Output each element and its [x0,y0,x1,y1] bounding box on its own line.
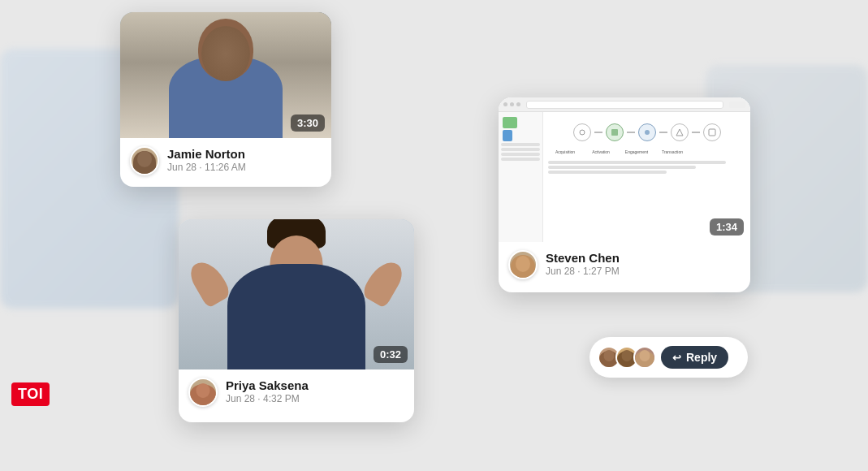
flow-node-5 [703,123,721,141]
jamie-name: Jamie Norton [167,147,246,162]
flow-node-1 [573,123,591,141]
sidebar-line-1 [501,143,540,146]
flow-arrow-3 [659,132,667,133]
browser-dot-2 [510,102,514,106]
flow-label-2: Activation [589,149,613,154]
steven-duration: 1:34 [710,218,744,236]
browser-sidebar [499,112,543,242]
text-line-3 [548,171,667,174]
toi-badge: TOI [11,382,50,406]
priya-info: Priya Saksena Jun 28 · 4:32 PM [179,369,414,415]
sidebar-green [503,117,517,128]
browser-dot-3 [516,102,520,106]
browser-controls [729,102,745,108]
flow-arrow-4 [692,132,700,133]
flow-label-3: Engagement [624,149,649,154]
flow-label-4: Transaction [660,149,684,154]
card-priya[interactable]: 0:32 Priya Saksena Jun 28 · 4:32 PM [179,219,414,422]
text-line-2 [548,166,696,169]
card-steven[interactable]: Acquisition Activation Engagement Transa… [499,97,750,292]
text-line-1 [548,161,726,164]
reply-avatar-3 [633,346,656,369]
card-jamie[interactable]: 3:30 Jamie Norton Jun 28 · 11:26 AM [120,12,331,187]
sidebar-line-3 [501,153,540,156]
steven-datetime: Jun 28 · 1:27 PM [546,266,620,279]
sidebar-line-4 [501,158,540,161]
jamie-video: 3:30 [120,12,331,138]
svg-point-0 [580,130,585,135]
steven-info: Steven Chen Jun 28 · 1:27 PM [499,242,750,287]
flow-arrow-1 [594,132,602,133]
svg-rect-3 [709,129,715,136]
sidebar-line-2 [501,148,540,151]
flow-arrow-2 [627,132,635,133]
priya-name: Priya Saksena [226,378,309,393]
priya-avatar [188,378,218,407]
browser-dot-1 [503,102,507,106]
jamie-datetime: Jun 28 · 11:26 AM [167,162,246,175]
jamie-name-time: Jamie Norton Jun 28 · 11:26 AM [167,147,246,175]
jamie-info: Jamie Norton Jun 28 · 11:26 AM [120,138,331,184]
jamie-body [169,57,283,138]
sidebar-blue [503,130,512,141]
flow-node-3 [638,123,656,141]
flow-node-4 [671,123,689,141]
priya-video: 0:32 [179,219,414,369]
priya-datetime: Jun 28 · 4:32 PM [226,393,309,406]
reply-button[interactable]: ↩ Reply [661,346,728,369]
flow-labels: Acquisition Activation Engagement Transa… [548,148,745,156]
priya-name-time: Priya Saksena Jun 28 · 4:32 PM [226,378,309,406]
flow-diagram [548,117,745,148]
jamie-duration: 3:30 [291,115,325,132]
browser-text-lines [548,161,745,174]
card-reply: ↩ Reply [589,337,748,378]
priya-duration: 0:32 [374,346,408,363]
flow-label-5 [696,149,720,154]
reply-avatars [598,346,656,369]
steven-name-time: Steven Chen Jun 28 · 1:27 PM [546,251,620,279]
steven-name: Steven Chen [546,251,620,266]
svg-rect-1 [611,129,618,136]
jamie-head [198,19,253,80]
reply-button-label: Reply [686,351,717,364]
steven-video: Acquisition Activation Engagement Transa… [499,97,750,242]
flow-label-1: Acquisition [553,149,577,154]
svg-point-2 [645,130,650,135]
priya-body [227,264,365,369]
flow-node-2 [606,123,624,141]
browser-bar [499,97,750,112]
main-scene: 3:30 Jamie Norton Jun 28 · 11:26 AM [0,0,868,471]
steven-avatar [508,250,538,279]
jamie-avatar [130,146,159,175]
reply-icon: ↩ [672,352,681,364]
browser-url [526,101,723,109]
